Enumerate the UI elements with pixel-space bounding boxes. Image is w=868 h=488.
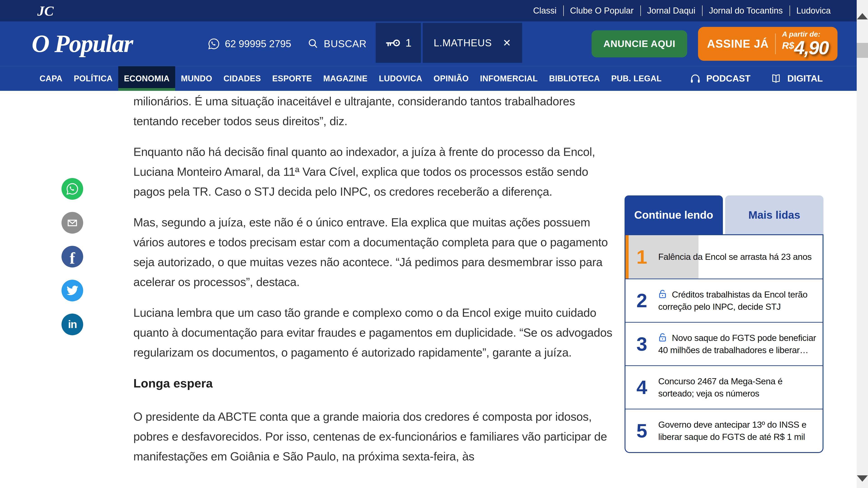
close-icon[interactable]: ✕: [503, 37, 511, 48]
top-link[interactable]: Clube O Popular: [563, 6, 640, 15]
ranked-article-item[interactable]: 1 Falência da Encol se arrasta há 23 ano…: [625, 235, 823, 279]
article-body: milionários. É uma situação inaceitável …: [133, 91, 613, 466]
ranked-article-item[interactable]: 3 Novo saque do FGTS pode beneficiar 40 …: [625, 322, 823, 365]
search-icon: [307, 38, 319, 50]
nav-item-label: INFOMERCIAL: [480, 74, 537, 84]
whatsapp-number: 62 99995 2795: [225, 38, 291, 50]
linkedin-share-icon: in: [68, 319, 77, 330]
article-paragraph: Luciana lembra que um caso tão grande e …: [133, 303, 613, 362]
open-book-icon: [770, 73, 782, 85]
header-buttons: ANUNCIE AQUI ASSINE JÁ A partir de: R$ 4…: [592, 22, 837, 66]
digital-edition-link[interactable]: DIGITAL: [770, 73, 823, 85]
sidebar-tab-label: Mais lidas: [748, 209, 800, 221]
subscribe-label: ASSINE JÁ: [707, 37, 769, 51]
item-rank-number: 3: [625, 333, 658, 355]
nav-item[interactable]: MUNDO: [175, 66, 218, 91]
price-value: 4,90: [794, 38, 829, 57]
nav-item-label: LUDOVICA: [379, 74, 422, 84]
item-rank-number: 1: [625, 246, 658, 268]
nav-item[interactable]: ESPORTE: [267, 66, 318, 91]
ranked-article-list: 1 Falência da Encol se arrasta há 23 ano…: [625, 234, 824, 453]
nav-item[interactable]: ECONOMIA: [118, 66, 175, 91]
nav-item[interactable]: MAGAZINE: [318, 66, 373, 91]
search-button[interactable]: BUSCAR: [307, 22, 366, 66]
jc-group-logo[interactable]: JC: [37, 4, 54, 18]
email-share-icon: [66, 217, 79, 229]
whatsapp-contact[interactable]: 62 99995 2795: [207, 22, 291, 66]
social-share-button[interactable]: [61, 280, 83, 301]
social-share-button[interactable]: f: [61, 246, 83, 267]
lock-icon: [658, 289, 667, 299]
keyring-button[interactable]: 1: [376, 23, 421, 63]
article-paragraph: O presidente da ABCTE conta que a grande…: [133, 407, 613, 466]
nav-item[interactable]: CAPA: [34, 66, 68, 91]
price-divider: [775, 33, 776, 54]
page-scrollbar[interactable]: [857, 0, 868, 488]
whatsapp-icon: [207, 37, 220, 51]
user-session-box[interactable]: L.MATHEUS ✕: [423, 23, 522, 63]
active-item-accent-bar: [625, 235, 629, 279]
nav-item-label: MUNDO: [181, 74, 212, 84]
item-title: Créditos trabalhistas da Encol terão cor…: [658, 289, 816, 313]
item-title-text: Governo deve antecipar 13º do INSS e lib…: [658, 420, 806, 442]
social-share-button[interactable]: in: [61, 314, 83, 335]
top-link[interactable]: Ludovica: [789, 6, 837, 15]
item-title: Concurso 2467 da Mega-Sena é sorteado; v…: [658, 375, 816, 400]
top-link[interactable]: Classi: [526, 6, 563, 15]
ranked-article-item[interactable]: 5 Governo deve antecipar 13º do INSS e l…: [625, 409, 823, 452]
nav-item[interactable]: CIDADES: [218, 66, 267, 91]
top-links: ClassiClube O PopularJornal DaquiJornal …: [526, 6, 837, 15]
sidebar-tabs: Continue lendo Mais lidas: [625, 195, 824, 234]
digital-label: DIGITAL: [787, 73, 823, 84]
sidebar-tab[interactable]: Mais lidas: [725, 195, 824, 234]
ranked-article-item[interactable]: 2 Créditos trabalhistas da Encol terão c…: [625, 279, 823, 322]
page-content: milionários. É uma situação inaceitável …: [0, 91, 857, 488]
nav-item[interactable]: INFOMERCIAL: [474, 66, 543, 91]
nav-item-label: CIDADES: [223, 74, 261, 84]
scroll-down-arrow[interactable]: [857, 475, 868, 482]
nav-item[interactable]: LUDOVICA: [373, 66, 428, 91]
item-rank-number: 5: [625, 420, 658, 442]
top-link[interactable]: Jornal do Tocantins: [702, 6, 789, 15]
scroll-up-arrow[interactable]: [857, 13, 868, 20]
article-paragraph: milionários. É uma situação inaceitável …: [133, 91, 613, 131]
sidebar-tab-label: Continue lendo: [634, 209, 713, 221]
nav-item-label: ESPORTE: [272, 74, 312, 84]
social-share-button[interactable]: [61, 178, 83, 200]
advertise-button[interactable]: ANUNCIE AQUI: [592, 30, 687, 57]
nav-item-label: BIBLIOTECA: [549, 74, 600, 84]
site-logo[interactable]: O Popular: [32, 29, 133, 58]
top-utility-bar: JC ClassiClube O PopularJornal DaquiJorn…: [0, 0, 857, 22]
subscribe-button[interactable]: ASSINE JÁ A partir de: R$ 4,90: [698, 27, 837, 61]
top-link[interactable]: Jornal Daqui: [640, 6, 702, 15]
item-title-text: Créditos trabalhistas da Encol terão cor…: [658, 290, 807, 312]
primary-nav: CAPA POLÍTICA ECONOMIA MUNDO CIDADES ESP…: [0, 66, 857, 91]
nav-item[interactable]: BIBLIOTECA: [544, 66, 606, 91]
item-title: Novo saque do FGTS pode beneficiar 40 mi…: [658, 332, 816, 356]
nav-item[interactable]: PUB. LEGAL: [606, 66, 667, 91]
social-share-button[interactable]: [61, 212, 83, 234]
search-label: BUSCAR: [324, 38, 366, 50]
nav-utilities: PODCAST DIGITAL: [689, 66, 823, 91]
item-title-text: Concurso 2467 da Mega-Sena é sorteado; v…: [658, 377, 782, 398]
nav-item[interactable]: OPINIÃO: [428, 66, 474, 91]
article-paragraph: Longa espera: [133, 373, 613, 393]
ranked-article-item[interactable]: 4 Concurso 2467 da Mega-Sena é sorteado;…: [625, 365, 823, 409]
username-label: L.MATHEUS: [434, 37, 492, 48]
nav-item-label: OPINIÃO: [434, 74, 469, 84]
nav-items: CAPA POLÍTICA ECONOMIA MUNDO CIDADES ESP…: [34, 66, 667, 91]
price-block: A partir de: R$ 4,90: [782, 31, 829, 57]
scrollbar-thumb[interactable]: [857, 43, 868, 58]
podcast-label: PODCAST: [706, 73, 750, 84]
nav-item-label: MAGAZINE: [323, 74, 368, 84]
sidebar-tab[interactable]: Continue lendo: [625, 195, 723, 234]
item-rank-number: 4: [625, 376, 658, 398]
article-paragraph: Enquanto não há decisão final quanto ao …: [133, 142, 613, 201]
nav-item-label: PUB. LEGAL: [611, 74, 662, 84]
twitter-share-icon: [66, 284, 79, 297]
nav-item[interactable]: POLÍTICA: [68, 66, 118, 91]
item-title-text: Novo saque do FGTS pode beneficiar 40 mi…: [658, 333, 816, 355]
facebook-share-icon: f: [70, 250, 75, 266]
main-header: O Popular 62 99995 2795 BUSCAR 1 L.MATHE…: [0, 22, 857, 66]
podcast-link[interactable]: PODCAST: [689, 73, 750, 85]
